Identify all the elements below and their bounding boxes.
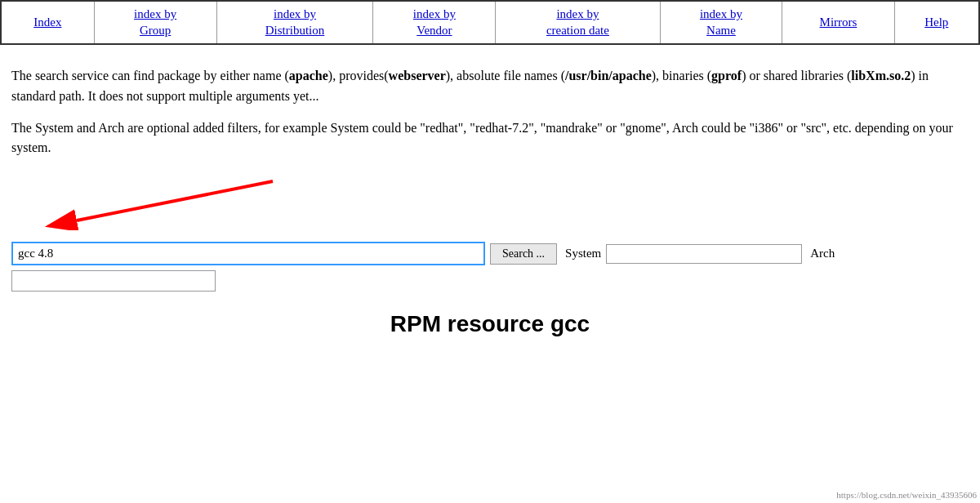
nav-help-link[interactable]: Help bbox=[924, 15, 948, 31]
main-content: The search service can find package by e… bbox=[0, 58, 980, 354]
description-block: The search service can find package by e… bbox=[11, 66, 969, 158]
desc-para1-mid4: ) or shared libraries ( bbox=[742, 69, 851, 82]
desc-path-example: /usr/bin/apache bbox=[565, 69, 652, 82]
nav-index-group-line1: index by bbox=[134, 7, 176, 20]
nav-index-distribution-line1: index by bbox=[274, 7, 316, 20]
desc-provides-example: webserver bbox=[389, 69, 446, 82]
nav-index-name-line2: Name bbox=[706, 24, 736, 37]
arrow-container bbox=[11, 173, 969, 238]
desc-lib-example: libXm.so.2 bbox=[851, 69, 911, 82]
desc-para1-mid3: ), binaries ( bbox=[652, 69, 711, 82]
desc-para1-prefix: The search service can find package by e… bbox=[11, 69, 289, 82]
desc-name-example: apache bbox=[289, 69, 328, 82]
arch-label: Arch bbox=[810, 247, 835, 260]
system-label: System bbox=[565, 247, 601, 260]
page-title: RPM resource gcc bbox=[11, 311, 969, 345]
search-row: Search ... System Arch bbox=[11, 242, 969, 265]
nav-index-name-link[interactable]: index by Name bbox=[700, 7, 742, 38]
autocomplete-dropdown bbox=[11, 270, 216, 292]
nav-index-group-line2: Group bbox=[140, 24, 171, 37]
system-input[interactable] bbox=[606, 244, 802, 264]
desc-bin-example: gprof bbox=[711, 69, 742, 82]
nav-index-creation-date-line2: creation date bbox=[546, 24, 609, 37]
nav-index-vendor-line1: index by bbox=[413, 7, 456, 20]
nav-index-link[interactable]: Index bbox=[33, 15, 61, 31]
nav-index-creation-date-link[interactable]: index by creation date bbox=[546, 7, 609, 38]
nav-index-group-link[interactable]: index by Group bbox=[134, 7, 176, 38]
search-button[interactable]: Search ... bbox=[490, 243, 557, 265]
search-input[interactable] bbox=[11, 242, 485, 265]
nav-index-name-line1: index by bbox=[700, 7, 742, 20]
desc-para1-mid2: ), absolute file names ( bbox=[446, 69, 565, 82]
search-area: Search ... System Arch bbox=[11, 173, 969, 292]
nav-mirrors-link[interactable]: Mirrors bbox=[820, 15, 858, 31]
nav-index-distribution-link[interactable]: index by Distribution bbox=[265, 7, 325, 38]
nav-index-creation-date-line1: index by bbox=[556, 7, 599, 20]
nav-index-vendor-line2: Vendor bbox=[416, 24, 452, 37]
svg-line-1 bbox=[77, 181, 273, 220]
description-para2: The System and Arch are optional added f… bbox=[11, 118, 969, 159]
red-arrow-icon bbox=[11, 173, 281, 230]
description-para1: The search service can find package by e… bbox=[11, 66, 969, 107]
nav-index-vendor-link[interactable]: index by Vendor bbox=[413, 7, 456, 38]
navigation-table: Index index by Group index by Distributi… bbox=[0, 0, 980, 45]
desc-para1-mid1: ), provides( bbox=[328, 69, 389, 82]
nav-index-distribution-line2: Distribution bbox=[265, 24, 325, 37]
